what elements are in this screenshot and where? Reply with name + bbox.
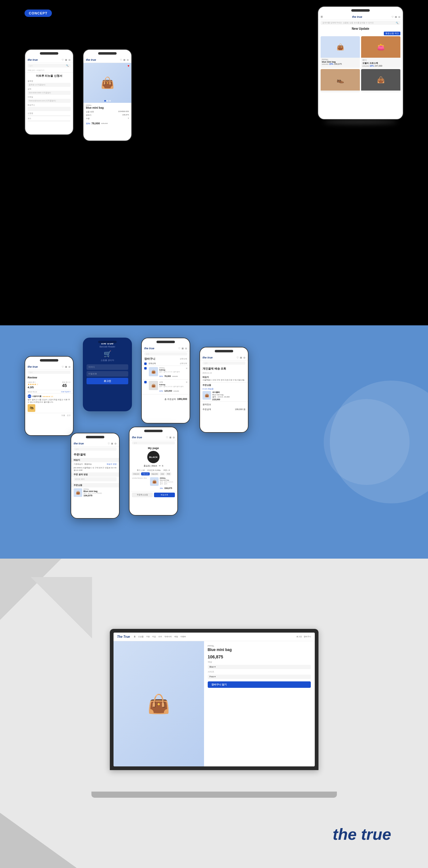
heart-icon-detail[interactable]: ♡ <box>120 59 122 61</box>
laptop-size-select[interactable]: Free ▾ <box>208 675 311 679</box>
user-icon-form[interactable]: ⊙ <box>68 59 71 61</box>
track-delivery-btn[interactable]: 배송조회 <box>154 493 175 497</box>
share-icon[interactable]: ⎘ <box>162 465 163 467</box>
detail-original-price: 125,000 <box>101 122 108 124</box>
cart-delete-selected[interactable]: 선택삭제 <box>180 362 187 365</box>
delivery-search[interactable]: 검색 <box>202 362 245 365</box>
order-change-btn[interactable]: 배송지 변경 <box>107 463 117 466</box>
login-id-input[interactable]: 아이디 <box>87 364 128 370</box>
user-icon-delivery[interactable]: ⊙ <box>243 356 245 359</box>
mypage-tab-3[interactable]: 배송조회 <box>150 472 159 475</box>
laptop-nav-accessories[interactable]: 악세사리 <box>164 636 172 638</box>
search-icon-form: 🔍 <box>66 64 69 67</box>
cart-item-1-img: 👜 <box>149 367 158 376</box>
discount-2: 10% <box>370 65 374 67</box>
laptop-nav-wallets[interactable]: 지갑 <box>152 636 156 638</box>
field-label-6: 코드 <box>28 117 71 120</box>
mypage-tab-2-active[interactable]: 주문내역 <box>141 472 150 475</box>
cart-search[interactable]: 검색 <box>144 352 187 355</box>
product-img-1: 👜 <box>321 36 360 58</box>
laptop-nav-items: 홈 신상품 가방 지갑 슈즈 악세사리 세일 이벤트 <box>134 636 186 638</box>
laptop-color-select[interactable]: Blue ▾ <box>208 665 311 669</box>
heart-icon-mypage[interactable]: ♡ <box>166 436 168 439</box>
field-input-5[interactable] <box>28 115 71 116</box>
field-input-6[interactable] <box>28 120 71 122</box>
field-input-4[interactable] <box>28 107 71 111</box>
phone-search-bar[interactable]: 검색어를 입력해 주세요. 상품명, 상품 코드를 검색할 수 있어요 🔍 <box>321 21 400 25</box>
bag-icon-order[interactable]: ⊞ <box>111 442 113 445</box>
heart-icon[interactable]: ♡ <box>392 16 394 19</box>
cart-item-1-checkbox[interactable] <box>144 367 147 370</box>
form-breadcrumb: 카테고리 > 바로가기 <box>25 68 73 73</box>
laptop-add-to-cart-btn[interactable]: 장바구니 담기 <box>208 681 311 688</box>
login-button[interactable]: 로그인 <box>87 378 128 384</box>
field-input-3[interactable]: thetrue@naver.com (사치품일비) <box>28 99 71 103</box>
cancel-order-btn[interactable]: 주문취소요청 <box>132 493 153 497</box>
edit-icon[interactable]: ✏ <box>159 465 161 467</box>
total-payment-label: 주문금액 <box>202 408 211 411</box>
review-search[interactable]: 검색 <box>28 371 71 374</box>
field-input-2[interactable]: 000-0000-0000 사치품일비 <box>28 91 71 95</box>
user-icon-order[interactable]: ⊙ <box>114 442 117 445</box>
order-payment-input[interactable]: 네이버 페이 <box>74 477 117 481</box>
order-product-name: Blue mini bag <box>84 490 117 492</box>
product-card-1[interactable]: 👜 PPPAL blue mini bag 125,000 15% 106,87… <box>321 36 360 68</box>
cart-item-2-remove[interactable]: ✕ <box>186 381 188 384</box>
laptop-nav-home[interactable]: 홈 <box>134 636 136 638</box>
mypage-tab-4[interactable]: 리뷰 <box>160 472 165 475</box>
delivery-address-text: 서울특별시 서대 구역 연지구(전구로 5 덕) 4동3,6동 <box>200 379 248 382</box>
field-input-1[interactable]: 품목명 (사치품일비) <box>28 83 71 87</box>
mypage-avatar: BLACK <box>147 451 160 463</box>
product-card-4[interactable]: 👜 <box>361 69 400 92</box>
user-icon[interactable]: ⊙ <box>398 16 400 19</box>
bag-icon-mypage[interactable]: ⊞ <box>169 436 171 439</box>
bag-icon-delivery[interactable]: ⊞ <box>240 356 242 359</box>
laptop-nav-shoes[interactable]: 슈즈 <box>158 636 162 638</box>
mypage-tab-1[interactable]: 카테고리 <box>132 472 140 475</box>
laptop-nav-bags[interactable]: 가방 <box>146 636 150 638</box>
cart-select-all-checkbox[interactable] <box>144 363 147 365</box>
wishlist-heart[interactable]: ♥ <box>128 64 129 67</box>
detail-qty-row: 수량 1 <box>86 117 129 120</box>
delivery-section-address: 배송지 <box>200 375 248 379</box>
laptop-cart-link[interactable]: 장바구니 <box>304 636 311 638</box>
bag-icon-review[interactable]: ⊞ <box>65 366 67 368</box>
review-report-btn[interactable]: 신고 <box>67 414 71 417</box>
review-write-btn[interactable]: 리뷰 작성하기 <box>61 391 71 393</box>
user-icon-review[interactable]: ⊙ <box>68 366 71 368</box>
cart-section-header: 전체선택 선택삭제 <box>142 362 190 366</box>
heart-icon-cart[interactable]: ♡ <box>178 347 180 350</box>
product-img-4: 👜 <box>361 69 400 91</box>
login-pw-input[interactable]: 비밀번호 <box>87 371 128 377</box>
cart-item-1-remove[interactable]: ✕ <box>186 367 188 370</box>
heart-icon-order[interactable]: ♡ <box>108 442 110 445</box>
product-card-3[interactable]: 👞 <box>321 69 360 92</box>
login-subtitle: Barcode Reader <box>87 346 128 348</box>
cart-item-2-checkbox[interactable] <box>144 381 147 383</box>
order-search[interactable]: 검색 <box>74 447 117 451</box>
user-icon-cart[interactable]: ⊙ <box>185 347 187 350</box>
mypage-search[interactable]: 검색 <box>132 441 175 444</box>
bag-icon-cart[interactable]: ⊞ <box>182 347 184 350</box>
detail-phone-header: the true ♡ ⊞ ⊙ <box>84 57 131 63</box>
mypage-title: My page <box>129 445 177 451</box>
laptop-nav-sale[interactable]: 세일 <box>174 636 178 638</box>
mypage-order-price: 338,675 <box>164 487 172 489</box>
bag-icon-detail[interactable]: ⊞ <box>123 59 126 61</box>
laptop-login-link[interactable]: 로그인 <box>296 636 302 638</box>
bag-icon-form[interactable]: ⊞ <box>65 59 67 61</box>
review-like-btn[interactable]: 도움 <box>61 414 65 417</box>
cart-total-label: 총 주문금액 <box>164 398 176 400</box>
form-search[interactable]: 검색 🔍 <box>28 64 71 67</box>
heart-icon-form[interactable]: ♡ <box>62 59 64 61</box>
heart-icon-review[interactable]: ♡ <box>62 366 64 368</box>
review-total-count: 45 <box>62 383 71 388</box>
user-icon-detail[interactable]: ⊙ <box>127 59 129 61</box>
heart-icon-delivery[interactable]: ♡ <box>236 356 239 359</box>
user-icon-mypage[interactable]: ⊙ <box>173 436 175 439</box>
laptop-nav-new[interactable]: 신상품 <box>138 636 143 638</box>
mypage-tab-5[interactable]: 쿠폰 <box>166 472 171 475</box>
laptop-nav-event[interactable]: 이벤트 <box>180 636 186 638</box>
bag-icon[interactable]: ⊞ <box>395 16 397 19</box>
product-card-2[interactable]: 👛 레다 오벨리 크로스백 275,000 10% 247,000 <box>361 36 400 68</box>
